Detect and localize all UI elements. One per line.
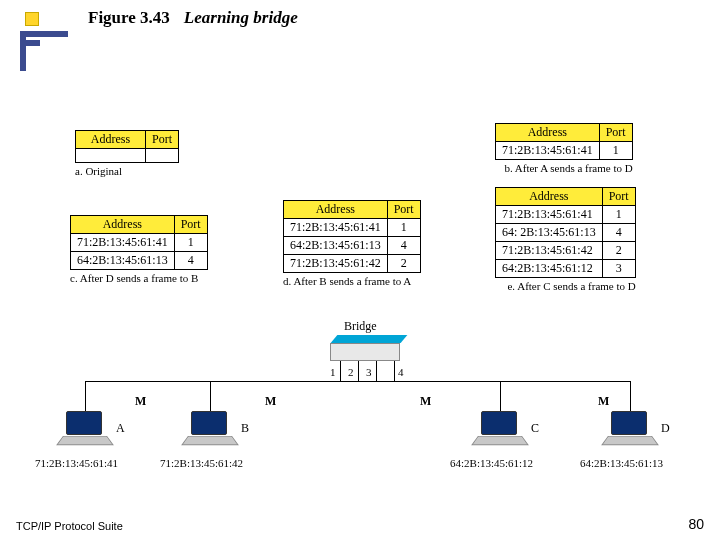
mac-a: 71:2B:13:45:61:41 [35,457,118,469]
caption-b: b. After A sends a frame to D [495,162,633,174]
laptop-b [185,411,235,451]
footer-text: TCP/IP Protocol Suite [16,520,123,532]
table-c: AddressPort 71:2B:13:45:61:411 64:2B:13:… [70,215,208,270]
table-d: AddressPort 71:2B:13:45:61:411 64:2B:13:… [283,200,421,273]
m-badge-2: M [265,394,276,409]
host-b-label: B [241,421,249,436]
figure-number: Figure 3.43 [88,8,170,28]
caption-d: d. After B sends a frame to A [283,275,421,287]
table-e: AddressPort 71:2B:13:45:61:411 64: 2B:13… [495,187,636,278]
table-a: AddressPort [75,130,179,163]
host-c-label: C [531,421,539,436]
mac-c: 64:2B:13:45:61:12 [450,457,533,469]
port-1-label: 1 [330,366,336,378]
bridge-device: Bridge [330,335,400,363]
laptop-d [605,411,655,451]
caption-c: c. After D sends a frame to B [70,272,208,284]
slide-corner-decoration [20,12,48,48]
host-a-label: A [116,421,125,436]
table-b: AddressPort 71:2B:13:45:61:411 [495,123,633,160]
page-number: 80 [688,516,704,532]
m-badge-3: M [420,394,431,409]
laptop-a [60,411,110,451]
network-diagram: Bridge 1 2 3 4 A B C D 71:2B:13:45:61:41… [50,335,670,495]
port-3-label: 3 [366,366,372,378]
caption-e: e. After C sends a frame to D [495,280,636,292]
port-2-label: 2 [348,366,354,378]
mac-d: 64:2B:13:45:61:13 [580,457,663,469]
m-badge-1: M [135,394,146,409]
caption-a: a. Original [75,165,179,177]
figure-title: Learning bridge [184,8,298,28]
mac-b: 71:2B:13:45:61:42 [160,457,243,469]
port-4-label: 4 [398,366,404,378]
laptop-c [475,411,525,451]
m-badge-4: M [598,394,609,409]
host-d-label: D [661,421,670,436]
